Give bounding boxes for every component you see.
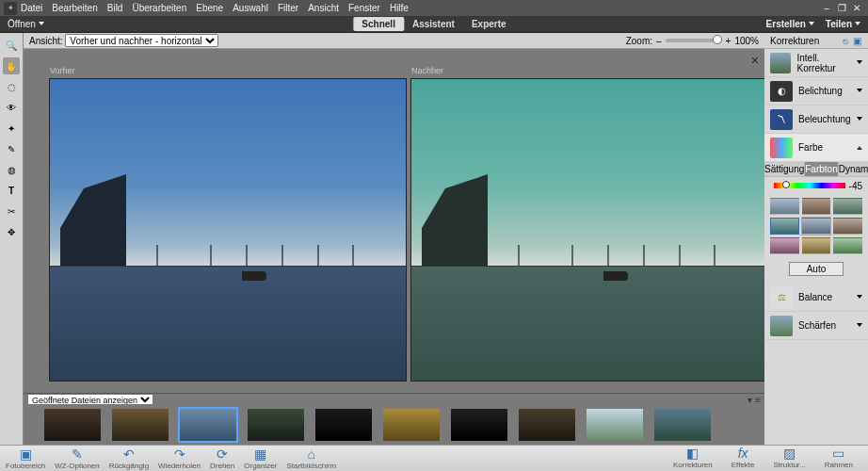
menu-filter[interactable]: Filter xyxy=(278,3,298,13)
btn-frames[interactable]: ▭Rahmen xyxy=(825,446,853,469)
panel-icon[interactable]: ⎋ xyxy=(840,36,851,46)
zoom-in-icon[interactable]: + xyxy=(726,36,731,46)
menu-edit[interactable]: Bearbeiten xyxy=(52,3,97,13)
thumbnail[interactable] xyxy=(519,409,575,441)
close-icon[interactable]: ✕ xyxy=(849,3,864,13)
lighting-icon: 〽 xyxy=(770,109,793,130)
hue-slider[interactable] xyxy=(774,183,845,188)
bin-menu-icon[interactable]: ▾ ≡ xyxy=(747,395,761,405)
btn-textures[interactable]: ▨Struktur... xyxy=(774,446,806,469)
menu-file[interactable]: Datei xyxy=(21,3,42,13)
thumbnail[interactable] xyxy=(44,409,101,441)
close-document-icon[interactable]: × xyxy=(751,53,759,68)
btn-undo[interactable]: ↶Rückgängig xyxy=(109,447,149,470)
panel-icon[interactable]: ▣ xyxy=(851,36,862,46)
hand-tool[interactable]: ✋ xyxy=(3,57,20,74)
thumbnail[interactable] xyxy=(180,409,236,441)
chevron-down-icon xyxy=(39,22,44,25)
type-tool[interactable]: T xyxy=(3,182,20,199)
btn-rotate[interactable]: ⟳Drehen xyxy=(210,447,234,470)
hue-preset[interactable] xyxy=(770,218,799,235)
hue-preset[interactable] xyxy=(833,218,862,235)
minimize-icon[interactable]: – xyxy=(819,3,834,13)
hue-preset[interactable] xyxy=(802,198,831,215)
chevron-down-icon xyxy=(857,323,862,327)
zoom-tool[interactable]: 🔍 xyxy=(3,37,20,54)
thumbnail[interactable] xyxy=(383,409,440,441)
photo-bin: Geöffnete Dateien anzeigen ▾ ≡ xyxy=(24,393,764,445)
canvas-area: × Vorher Nachher xyxy=(24,49,764,393)
share-button[interactable]: Teilen xyxy=(826,19,860,29)
adj-smartfix[interactable]: Intell. Korrektur xyxy=(764,49,868,77)
menu-layer[interactable]: Ebene xyxy=(196,3,223,13)
zoom-label: Zoom: xyxy=(626,36,652,46)
auto-button[interactable]: Auto xyxy=(789,262,844,276)
adj-color[interactable]: Farbe xyxy=(764,134,868,162)
spot-heal-tool[interactable]: ◍ xyxy=(3,161,20,178)
subtab-vibrance[interactable]: Dynamik xyxy=(839,162,868,176)
hue-preset[interactable] xyxy=(802,237,831,254)
btn-organizer[interactable]: ▦Organizer xyxy=(244,447,277,470)
menu-enhance[interactable]: Überarbeiten xyxy=(132,3,186,13)
subtab-saturation[interactable]: Sättigung xyxy=(764,162,805,176)
thumbnail[interactable] xyxy=(587,409,643,441)
toolbox: 🔍 ✋ ◌ 👁 ✦ ✎ ◍ T ✂ ✥ xyxy=(0,33,24,445)
chevron-down-icon xyxy=(857,117,862,121)
hue-preset[interactable] xyxy=(802,218,831,235)
corrections-icon: ◧ xyxy=(686,446,699,461)
view-select[interactable]: Vorher und nachher - horizontal xyxy=(65,34,218,47)
hue-preset[interactable] xyxy=(770,237,799,254)
redo-icon: ↷ xyxy=(174,447,185,462)
btn-home[interactable]: ⌂Startbildschirm xyxy=(286,447,336,470)
subtab-hue[interactable]: Farbton xyxy=(805,162,838,176)
hue-preset[interactable] xyxy=(833,237,862,254)
selection-tool[interactable]: ◌ xyxy=(3,78,20,95)
hue-preset[interactable] xyxy=(833,198,862,215)
menu-image[interactable]: Bild xyxy=(107,3,123,13)
color-subtabs: Sättigung Farbton Dynamik xyxy=(764,162,868,177)
zoom-slider[interactable] xyxy=(666,39,722,42)
open-button[interactable]: Öffnen xyxy=(8,19,44,29)
hue-preset[interactable] xyxy=(770,198,799,215)
tab-expert[interactable]: Experte xyxy=(463,17,515,31)
adj-exposure[interactable]: ◐ Belichtung xyxy=(764,77,868,106)
thumbnail[interactable] xyxy=(654,409,711,441)
zoom-out-icon[interactable]: – xyxy=(656,36,662,46)
zoom-value: 100% xyxy=(734,36,759,46)
btn-redo[interactable]: ↷Wiederholen xyxy=(158,447,201,470)
thumbnail[interactable] xyxy=(248,409,304,441)
maximize-icon[interactable]: ❐ xyxy=(834,3,849,13)
menu-window[interactable]: Fenster xyxy=(348,3,380,13)
menu-view[interactable]: Ansicht xyxy=(308,3,339,13)
btn-corrections[interactable]: ◧Korrekturen xyxy=(673,446,713,469)
smartfix-icon xyxy=(770,53,791,73)
thumbnail[interactable] xyxy=(451,409,507,441)
effects-icon: fx xyxy=(738,446,748,461)
adj-sharpen[interactable]: Schärfen xyxy=(764,312,868,340)
btn-tool-options[interactable]: ✎WZ-Optionen xyxy=(55,447,100,470)
organizer-icon: ▦ xyxy=(254,447,266,462)
whiten-tool[interactable]: ✦ xyxy=(3,120,20,137)
eye-tool[interactable]: 👁 xyxy=(3,99,20,116)
thumbnail-strip xyxy=(24,405,764,445)
btn-photo-bin[interactable]: ▣Fotobereich xyxy=(6,447,45,470)
mode-tabs: Schnell Assistent Experte xyxy=(353,17,514,31)
crop-tool[interactable]: ✂ xyxy=(3,203,20,219)
brush-tool[interactable]: ✎ xyxy=(3,140,20,157)
adj-balance[interactable]: ⚖ Balance xyxy=(764,284,868,312)
move-tool[interactable]: ✥ xyxy=(3,223,20,240)
thumbnail[interactable] xyxy=(315,409,372,441)
photo-bin-select[interactable]: Geöffnete Dateien anzeigen xyxy=(27,394,153,405)
menu-help[interactable]: Hilfe xyxy=(390,3,409,13)
tool-options-icon: ✎ xyxy=(72,447,83,462)
thumbnail[interactable] xyxy=(112,409,169,441)
menu-select[interactable]: Auswahl xyxy=(233,3,268,13)
before-pane: Vorher xyxy=(50,79,406,381)
tab-guided[interactable]: Assistent xyxy=(404,17,463,31)
adj-lighting[interactable]: 〽 Beleuchtung xyxy=(764,106,868,134)
create-button[interactable]: Erstellen xyxy=(766,19,814,29)
chevron-down-icon xyxy=(857,89,862,92)
btn-effects[interactable]: fxEffekte xyxy=(731,446,755,469)
tab-quick[interactable]: Schnell xyxy=(353,17,404,31)
chevron-down-icon xyxy=(857,60,862,64)
